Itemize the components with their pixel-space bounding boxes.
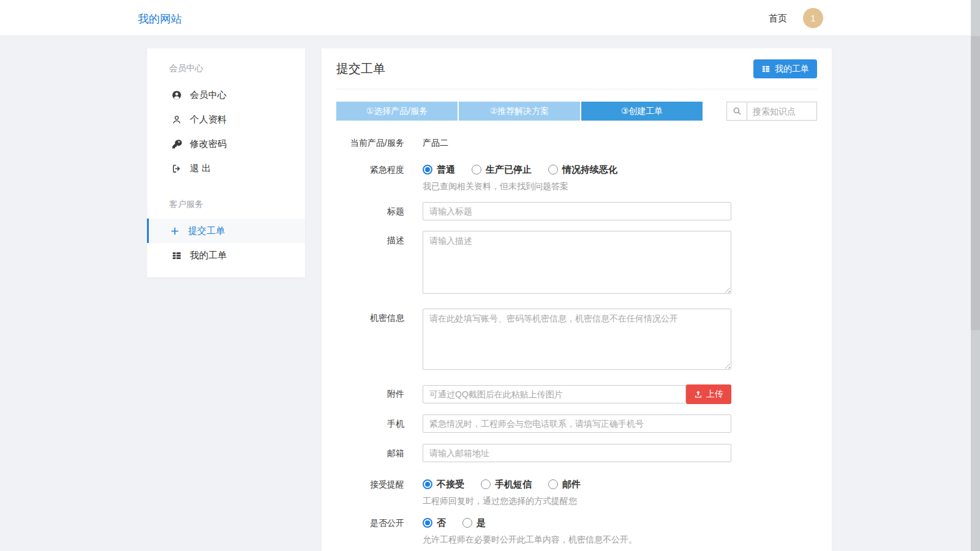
nav-home-link[interactable]: 首页 — [769, 13, 787, 24]
radio-notify-none[interactable]: 不接受 — [423, 479, 464, 490]
row-current-product: 当前产品/服务 产品二 — [336, 137, 817, 149]
search-addon — [726, 102, 747, 121]
site-brand[interactable]: 我的网站 — [138, 12, 182, 26]
field-label: 标题 — [336, 202, 423, 220]
secret-info-textarea[interactable] — [423, 309, 731, 370]
avatar[interactable]: 1 — [803, 8, 823, 28]
sidebar-heading-service: 客户服务 — [147, 181, 305, 219]
row-secret-info: 机密信息 — [336, 309, 817, 370]
row-title: 标题 — [336, 202, 817, 220]
title-input[interactable] — [423, 202, 731, 220]
radio-urgency-stopped[interactable]: 生产已停止 — [472, 164, 532, 176]
radio-notify-sms[interactable]: 手机短信 — [481, 479, 532, 490]
field-label: 附件 — [336, 384, 423, 403]
row-public: 是否公开 否 是 允许工程师在必要时公开此工单内容，机密信息不公开。 — [336, 517, 817, 545]
attachment-input[interactable] — [423, 385, 686, 403]
radio-label: 不接受 — [437, 479, 464, 490]
radio-dot — [423, 518, 432, 528]
radio-dot — [548, 479, 558, 489]
upload-button-label: 上传 — [706, 389, 723, 400]
sidebar-item-label: 修改密码 — [190, 138, 227, 150]
upload-icon — [694, 390, 703, 399]
step-select-product[interactable]: ①选择产品/服务 — [336, 102, 458, 121]
field-label: 手机 — [336, 414, 423, 433]
radio-label: 情况持续恶化 — [562, 164, 617, 176]
row-email: 邮箱 — [336, 444, 817, 462]
field-label: 机密信息 — [336, 309, 423, 327]
page-scrollbar[interactable] — [971, 0, 980, 551]
urgency-helper-text: 我已查阅相关资料，但未找到问题答案 — [423, 181, 731, 192]
radio-label: 手机短信 — [495, 479, 532, 490]
panel-header: 提交工单 我的工单 — [336, 48, 817, 89]
sidebar-item-member-center[interactable]: 会员中心 — [147, 83, 305, 107]
radio-dot — [423, 165, 432, 174]
radio-label: 普通 — [437, 164, 455, 176]
list-icon — [761, 64, 771, 73]
search-input[interactable] — [747, 102, 817, 121]
email-input[interactable] — [423, 444, 731, 462]
notify-helper-text: 工程师回复时，通过您选择的方式提醒您 — [423, 496, 731, 507]
radio-dot — [423, 479, 432, 489]
radio-label: 是 — [477, 517, 486, 529]
sidebar-item-change-password[interactable]: 修改密码 — [147, 132, 305, 156]
top-header: 我的网站 首页 1 — [0, 0, 980, 36]
radio-dot — [481, 479, 491, 489]
field-label: 邮箱 — [336, 444, 423, 462]
field-label: 是否公开 — [336, 517, 423, 529]
page-title: 提交工单 — [336, 61, 385, 77]
sidebar-item-label: 个人资料 — [190, 114, 227, 126]
row-urgency: 紧急程度 普通 生产已停止 情况持续恶化 我已查阅相 — [336, 163, 817, 192]
current-product-value: 产品二 — [423, 137, 731, 149]
radio-dot — [548, 165, 558, 174]
sidebar-item-label: 我的工单 — [190, 250, 227, 261]
field-label: 紧急程度 — [336, 163, 423, 176]
sidebar-item-label: 提交工单 — [188, 225, 225, 237]
sidebar-heading-member: 会员中心 — [147, 51, 305, 83]
step-create-ticket[interactable]: ③创建工单 — [581, 102, 703, 121]
phone-input[interactable] — [423, 414, 731, 433]
ticket-panel: 提交工单 我的工单 ①选择产品/服务 ②推荐解决方案 ③创建工单 当前产品/服务… — [322, 48, 832, 551]
user-circle-icon — [172, 90, 182, 100]
radio-dot — [462, 518, 472, 528]
row-description: 描述 — [336, 231, 817, 294]
sidebar-item-my-tickets[interactable]: 我的工单 — [147, 243, 305, 268]
steps-row: ①选择产品/服务 ②推荐解决方案 ③创建工单 — [336, 102, 817, 121]
sidebar-item-submit-ticket[interactable]: 提交工单 — [147, 219, 305, 243]
sidebar-item-label: 会员中心 — [190, 89, 227, 101]
description-textarea[interactable] — [423, 231, 731, 294]
plus-icon — [170, 226, 180, 236]
ticket-form: 当前产品/服务 产品二 紧急程度 普通 生产已停止 — [336, 121, 817, 545]
field-label: 当前产品/服务 — [336, 137, 423, 149]
row-notify: 接受提醒 不接受 手机短信 邮件 工程师回复时，通过 — [336, 478, 817, 507]
radio-public-no[interactable]: 否 — [423, 517, 446, 529]
knowledge-search — [726, 102, 817, 121]
radio-urgency-normal[interactable]: 普通 — [423, 164, 455, 176]
radio-public-yes[interactable]: 是 — [462, 517, 486, 529]
radio-label: 否 — [437, 517, 446, 529]
public-helper-text: 允许工程师在必要时公开此工单内容，机密信息不公开。 — [423, 534, 731, 545]
sidebar-item-profile[interactable]: 个人资料 — [147, 107, 305, 132]
sidebar-item-label: 退 出 — [190, 163, 211, 174]
field-label: 接受提醒 — [336, 478, 423, 490]
step-solutions[interactable]: ②推荐解决方案 — [459, 102, 580, 121]
radio-label: 邮件 — [562, 479, 581, 490]
scrollbar-thumb[interactable] — [971, 36, 980, 330]
search-icon — [733, 107, 742, 116]
radio-label: 生产已停止 — [486, 164, 532, 176]
sidebar: 会员中心 会员中心 个人资料 修改密码 退 出 客户服务 提交工单 — [147, 48, 305, 277]
sign-out-icon — [172, 163, 182, 174]
field-label: 描述 — [336, 231, 423, 249]
upload-button[interactable]: 上传 — [686, 384, 731, 404]
list-icon — [172, 250, 182, 261]
my-tickets-button[interactable]: 我的工单 — [753, 59, 817, 78]
sidebar-item-logout[interactable]: 退 出 — [147, 156, 305, 181]
row-phone: 手机 — [336, 414, 817, 433]
radio-dot — [472, 165, 481, 174]
user-icon — [172, 114, 182, 125]
radio-notify-email[interactable]: 邮件 — [548, 479, 581, 490]
key-icon — [172, 139, 182, 149]
my-tickets-button-label: 我的工单 — [775, 64, 809, 75]
row-attachment: 附件 上传 — [336, 384, 817, 404]
radio-urgency-worsening[interactable]: 情况持续恶化 — [548, 164, 617, 176]
